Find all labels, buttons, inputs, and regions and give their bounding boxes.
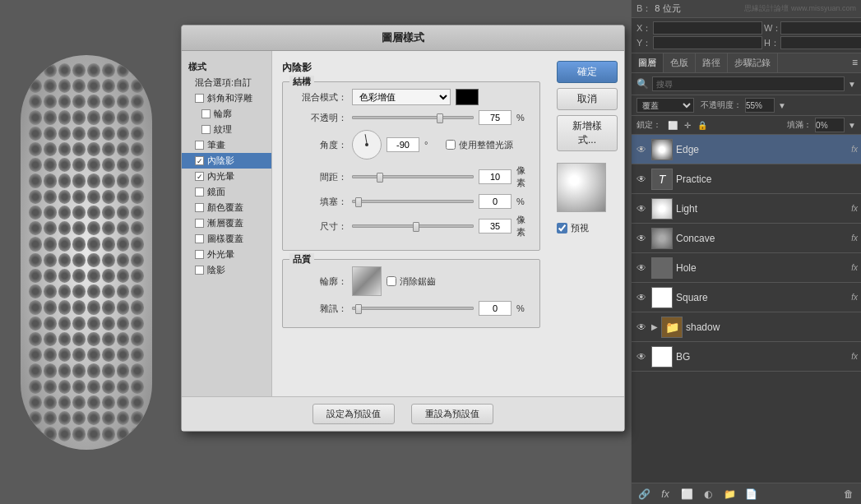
- distance-input[interactable]: [479, 169, 512, 184]
- lock-all-icon[interactable]: 🔒: [697, 121, 707, 130]
- fx-icon[interactable]: fx: [658, 487, 673, 502]
- sidebar-item-satin[interactable]: 鏡面: [182, 184, 271, 200]
- x-input[interactable]: [653, 21, 762, 35]
- link-icon[interactable]: 🔗: [636, 487, 651, 502]
- adjustment-icon[interactable]: ◐: [701, 487, 715, 502]
- drop-shadow-checkbox[interactable]: [195, 266, 204, 275]
- layer-row-edge[interactable]: 👁 Edge fx: [632, 135, 861, 164]
- lock-move-icon[interactable]: ✛: [684, 121, 691, 130]
- size-slider[interactable]: [352, 224, 474, 228]
- inner-shadow-checkbox[interactable]: [195, 156, 204, 165]
- stroke-checkbox[interactable]: [195, 141, 204, 150]
- shadow-visibility[interactable]: 👁: [635, 321, 648, 334]
- y-input[interactable]: [653, 36, 762, 49]
- color-swatch[interactable]: [456, 89, 479, 105]
- practice-visibility[interactable]: 👁: [635, 173, 648, 186]
- new-style-button[interactable]: 新增樣式...: [557, 115, 618, 151]
- trash-icon[interactable]: 🗑: [841, 487, 856, 502]
- lock-pixel-icon[interactable]: ⬜: [668, 121, 678, 130]
- preview-checkbox-container[interactable]: 預視: [557, 222, 618, 234]
- layer-row-practice[interactable]: 👁 T Practice: [632, 164, 861, 194]
- opacity-dropdown-icon[interactable]: ▼: [778, 101, 786, 110]
- h-input[interactable]: [780, 36, 861, 49]
- choke-thumb[interactable]: [355, 197, 362, 207]
- contour-checkbox[interactable]: [201, 109, 211, 118]
- sidebar-item-color-overlay[interactable]: 顏色覆蓋: [182, 200, 271, 215]
- choke-input[interactable]: [479, 194, 512, 209]
- tab-layers[interactable]: 圖層: [632, 53, 664, 72]
- tab-channels[interactable]: 色版: [664, 53, 696, 72]
- search-input[interactable]: [652, 76, 845, 91]
- pattern-overlay-checkbox[interactable]: [195, 234, 204, 243]
- sidebar-item-blend[interactable]: 混合選項:自訂: [182, 75, 271, 90]
- sidebar-item-contour[interactable]: 輪廓: [182, 106, 271, 122]
- blend-mode-select[interactable]: 覆蓋: [636, 98, 694, 113]
- inner-glow-checkbox[interactable]: [195, 172, 204, 181]
- opacity-thumb[interactable]: [437, 113, 443, 123]
- satin-checkbox[interactable]: [195, 187, 204, 197]
- size-thumb[interactable]: [413, 222, 419, 232]
- size-input[interactable]: [479, 219, 512, 234]
- square-visibility[interactable]: 👁: [635, 291, 648, 304]
- bevel-checkbox[interactable]: [195, 94, 204, 103]
- sidebar-item-stroke[interactable]: 筆畫: [182, 137, 271, 153]
- concave-visibility[interactable]: 👁: [635, 232, 648, 245]
- layer-row-concave[interactable]: 👁 Concave fx: [632, 224, 861, 253]
- panel-menu-icon[interactable]: ≡: [849, 53, 861, 72]
- global-light-label[interactable]: 使用整體光源: [446, 139, 513, 151]
- light-visibility[interactable]: 👁: [635, 202, 648, 215]
- opacity-input[interactable]: [479, 110, 512, 125]
- cancel-button[interactable]: 取消: [557, 88, 618, 110]
- sidebar-item-drop-shadow[interactable]: 陰影: [182, 262, 271, 278]
- angle-control[interactable]: [352, 130, 382, 160]
- preview-checkbox[interactable]: [557, 223, 567, 234]
- angle-input[interactable]: [387, 137, 419, 152]
- distance-slider[interactable]: [352, 175, 474, 178]
- tab-history[interactable]: 步驟記錄: [728, 53, 778, 72]
- outer-glow-checkbox[interactable]: [195, 250, 204, 259]
- bg-visibility[interactable]: 👁: [635, 350, 648, 363]
- new-layer-icon[interactable]: 📄: [743, 487, 758, 502]
- noise-input[interactable]: [479, 301, 512, 316]
- layer-row-bg[interactable]: 👁 BG fx: [632, 342, 861, 372]
- sidebar-item-inner-glow[interactable]: 內光暈: [182, 169, 271, 184]
- sidebar-item-inner-shadow[interactable]: 內陰影: [182, 153, 271, 169]
- tab-paths[interactable]: 路徑: [696, 53, 728, 72]
- noise-slider[interactable]: [352, 307, 474, 310]
- sidebar-item-gradient-overlay[interactable]: 漸層覆蓋: [182, 215, 271, 231]
- opacity-value[interactable]: [745, 98, 775, 113]
- layer-row-light[interactable]: 👁 Light fx: [632, 194, 861, 224]
- contour-preview[interactable]: [352, 266, 382, 296]
- mask-icon[interactable]: ⬜: [679, 487, 694, 502]
- w-input[interactable]: [780, 21, 861, 35]
- color-overlay-checkbox[interactable]: [195, 203, 204, 212]
- antialias-label[interactable]: 消除鋸齒: [387, 275, 436, 288]
- layer-row-square[interactable]: 👁 Square fx: [632, 283, 861, 312]
- noise-thumb[interactable]: [355, 304, 362, 314]
- gradient-overlay-checkbox[interactable]: [195, 219, 204, 228]
- group-icon[interactable]: 📁: [722, 487, 737, 502]
- light-name: Light: [676, 203, 848, 215]
- distance-thumb[interactable]: [377, 173, 383, 183]
- blend-mode-select[interactable]: 色彩增值: [352, 89, 451, 105]
- global-light-checkbox[interactable]: [446, 140, 456, 150]
- opacity-slider[interactable]: [352, 116, 474, 119]
- edge-visibility[interactable]: 👁: [635, 143, 648, 156]
- sidebar-item-texture[interactable]: 紋理: [182, 122, 271, 137]
- set-default-button[interactable]: 設定為預設值: [312, 404, 395, 424]
- antialias-checkbox[interactable]: [387, 276, 396, 286]
- choke-slider[interactable]: [352, 200, 474, 203]
- sidebar-item-bevel[interactable]: 斜角和浮雕: [182, 90, 271, 106]
- hole-visibility[interactable]: 👁: [635, 261, 648, 275]
- sidebar-item-pattern-overlay[interactable]: 圖樣覆蓋: [182, 231, 271, 247]
- reset-default-button[interactable]: 重設為預設值: [411, 404, 493, 424]
- sidebar-item-outer-glow[interactable]: 外光暈: [182, 247, 271, 262]
- fill-value[interactable]: [815, 118, 845, 132]
- layer-row-hole[interactable]: 👁 Hole fx: [632, 253, 861, 283]
- confirm-button[interactable]: 確定: [557, 61, 618, 83]
- fill-dropdown-icon[interactable]: ▼: [848, 121, 856, 130]
- layer-row-shadow[interactable]: 👁 ▶ 📁 shadow: [632, 312, 861, 342]
- texture-checkbox[interactable]: [201, 125, 211, 134]
- folder-expand-icon[interactable]: ▶: [651, 322, 658, 331]
- angle-unit: °: [424, 140, 441, 150]
